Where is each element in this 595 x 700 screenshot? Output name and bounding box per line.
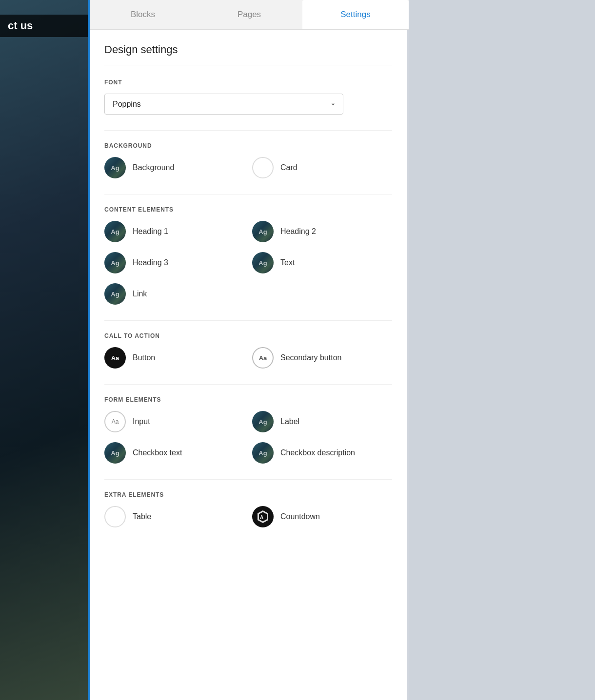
content-elements-label: CONTENT ELEMENTS [104, 206, 392, 213]
font-section: FONT Poppins Roboto Open Sans Lato Monts… [104, 79, 392, 115]
heading2-avatar [252, 221, 274, 242]
right-panel [409, 0, 595, 700]
background-label: BACKGROUND [104, 142, 392, 149]
heading3-avatar [104, 252, 126, 273]
extra-elements-label: EXTRA ELEMENTS [104, 491, 392, 498]
checkbox-description-label: Checkbox description [280, 448, 355, 457]
font-select[interactable]: Poppins Roboto Open Sans Lato Montserrat [104, 94, 343, 115]
secondary-button-item[interactable]: Secondary button [252, 347, 392, 369]
countdown-item[interactable]: A Countdown [252, 506, 392, 527]
card-item-label: Card [280, 163, 298, 172]
input-label: Input [133, 417, 150, 426]
cta-section: CALL TO ACTION Button Secondary button [104, 332, 392, 369]
secondary-button-avatar [252, 347, 274, 369]
divider-form [104, 479, 392, 480]
tab-pages[interactable]: Pages [196, 0, 302, 29]
divider-cta [104, 384, 392, 385]
button-label: Button [133, 353, 155, 362]
background-item[interactable]: Background [104, 157, 244, 178]
text-item[interactable]: Text [252, 252, 392, 273]
checkbox-text-avatar [104, 442, 126, 464]
svg-text:A: A [260, 515, 263, 520]
cta-label: CALL TO ACTION [104, 332, 392, 339]
heading2-item[interactable]: Heading 2 [252, 221, 392, 242]
heading1-avatar [104, 221, 126, 242]
background-section: BACKGROUND Background Card [104, 142, 392, 178]
heading1-label: Heading 1 [133, 227, 168, 236]
settings-panel: Design settings FONT Poppins Roboto Open… [90, 30, 407, 700]
heading3-label: Heading 3 [133, 258, 168, 267]
divider-bg [104, 194, 392, 194]
label-item-label: Label [280, 417, 299, 426]
content-elements-section: CONTENT ELEMENTS Heading 1 Heading 2 Hea… [104, 206, 392, 305]
form-elements-section: FORM ELEMENTS Input Label Checkbox text [104, 396, 392, 464]
countdown-label: Countdown [280, 512, 320, 521]
label-avatar [252, 411, 274, 432]
button-avatar [104, 347, 126, 369]
tab-blocks[interactable]: Blocks [90, 0, 196, 29]
form-elements-items: Input Label Checkbox text Checkbox descr… [104, 411, 392, 464]
content-elements-items: Heading 1 Heading 2 Heading 3 Text [104, 221, 392, 305]
countdown-avatar: A [252, 506, 274, 527]
heading3-item[interactable]: Heading 3 [104, 252, 244, 273]
heading1-item[interactable]: Heading 1 [104, 221, 244, 242]
divider-content [104, 320, 392, 321]
extra-elements-items: Table A Countdown [104, 506, 392, 527]
checkbox-description-item[interactable]: Checkbox description [252, 442, 392, 464]
divider-font [104, 130, 392, 131]
left-image-panel: ct us [0, 0, 88, 700]
secondary-button-label: Secondary button [280, 353, 341, 362]
label-item[interactable]: Label [252, 411, 392, 432]
table-label: Table [133, 512, 151, 521]
table-avatar [104, 506, 126, 527]
link-label: Link [133, 290, 147, 298]
font-label: FONT [104, 79, 392, 86]
input-item[interactable]: Input [104, 411, 244, 432]
link-avatar [104, 283, 126, 305]
card-avatar [252, 157, 274, 178]
link-item[interactable]: Link [104, 283, 244, 305]
page-title: Design settings [104, 43, 392, 65]
tab-settings[interactable]: Settings [302, 0, 409, 29]
table-item[interactable]: Table [104, 506, 244, 527]
checkbox-text-item[interactable]: Checkbox text [104, 442, 244, 464]
button-item[interactable]: Button [104, 347, 244, 369]
checkbox-text-label: Checkbox text [133, 448, 182, 457]
settings-content: Design settings FONT Poppins Roboto Open… [90, 30, 407, 700]
cta-items: Button Secondary button [104, 347, 392, 369]
heading2-label: Heading 2 [280, 227, 316, 236]
background-avatar [104, 157, 126, 178]
form-elements-label: FORM ELEMENTS [104, 396, 392, 403]
background-item-label: Background [133, 163, 174, 172]
text-label: Text [280, 258, 295, 267]
text-avatar [252, 252, 274, 273]
card-item[interactable]: Card [252, 157, 392, 178]
checkbox-description-avatar [252, 442, 274, 464]
background-items: Background Card [104, 157, 392, 178]
tab-bar: Blocks Pages Settings [90, 0, 409, 30]
input-avatar [104, 411, 126, 432]
background-image [0, 0, 88, 700]
extra-elements-section: EXTRA ELEMENTS Table A Countdown [104, 491, 392, 527]
left-panel-text: ct us [0, 15, 88, 37]
